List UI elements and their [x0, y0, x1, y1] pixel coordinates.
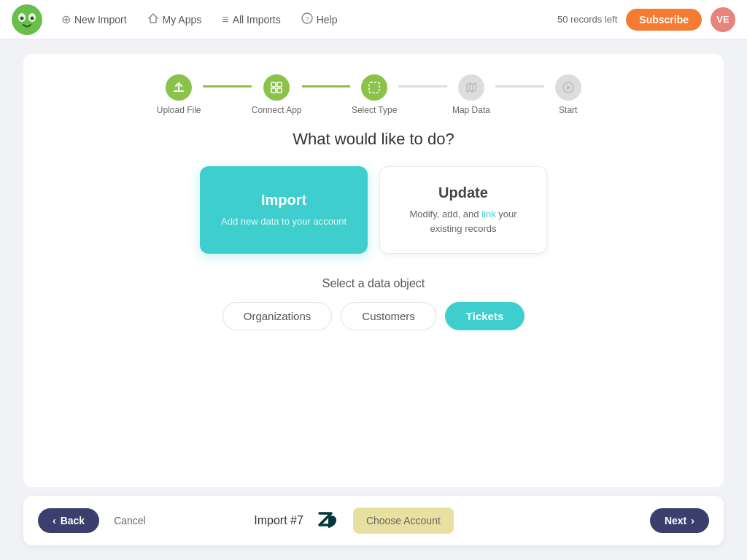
- svg-point-4: [31, 16, 34, 20]
- content-area: What would like to do? Import Add new da…: [23, 130, 724, 487]
- nav-all-imports-label: All Imports: [233, 14, 281, 26]
- step-label-map: Map Data: [452, 105, 490, 115]
- svg-rect-9: [271, 88, 276, 93]
- nav-all-imports[interactable]: ≡ All Imports: [214, 9, 287, 31]
- subscribe-button[interactable]: Subscribe: [626, 9, 702, 31]
- step-select-type: Select Type: [350, 74, 398, 115]
- cancel-button[interactable]: Cancel: [108, 508, 152, 533]
- organizations-button[interactable]: Organizations: [222, 302, 333, 330]
- import-card[interactable]: Import Add new data to your account: [200, 166, 368, 254]
- next-chevron-icon: ›: [691, 515, 694, 526]
- update-card-title: Update: [438, 184, 488, 201]
- footer: ‹ Back Cancel Import #7 Choose Account N…: [23, 496, 724, 545]
- data-object-title: Select a data object: [322, 277, 425, 290]
- next-button[interactable]: Next ›: [650, 508, 709, 533]
- next-label: Next: [665, 515, 686, 526]
- nav-my-apps-label: My Apps: [163, 14, 202, 26]
- import-label: Import #7: [254, 514, 303, 527]
- avatar: VE: [711, 7, 735, 32]
- nav-help[interactable]: ? Help: [294, 8, 345, 31]
- svg-text:?: ?: [305, 15, 309, 23]
- step-circle-map: [458, 74, 484, 101]
- nav-new-import-label: New Import: [74, 14, 127, 26]
- step-line-1: [203, 85, 251, 88]
- help-icon: ?: [301, 12, 313, 27]
- zendesk-logo: [314, 506, 343, 535]
- step-connect-app: Connect App: [252, 74, 302, 115]
- step-circle-select: [361, 74, 387, 101]
- tickets-button[interactable]: Tickets: [445, 302, 525, 330]
- data-object-buttons: Organizations Customers Tickets: [222, 302, 525, 330]
- svg-rect-11: [369, 82, 379, 93]
- step-label-upload: Upload File: [157, 105, 201, 115]
- svg-point-0: [12, 4, 42, 35]
- main-area: Upload File Connect App: [0, 39, 747, 560]
- step-circle-upload: [166, 74, 192, 101]
- step-start: Start: [544, 74, 592, 115]
- plus-icon: ⊕: [61, 12, 71, 26]
- step-circle-connect: [263, 74, 290, 101]
- nav-my-apps[interactable]: My Apps: [140, 8, 209, 31]
- nav-new-import[interactable]: ⊕ New Import: [54, 8, 134, 31]
- step-circle-start: [555, 74, 581, 101]
- step-line-4: [495, 85, 543, 88]
- import-card-desc: Add new data to your account: [221, 214, 347, 229]
- header: ⊕ New Import My Apps ≡ All Imports ? Hel…: [0, 0, 747, 39]
- logo: [12, 4, 42, 35]
- svg-point-3: [20, 16, 24, 20]
- update-link-text: link: [481, 209, 496, 219]
- svg-rect-10: [277, 88, 282, 93]
- footer-center: Import #7 Choose Account: [254, 506, 454, 535]
- step-label-select: Select Type: [352, 105, 397, 115]
- back-label: Back: [61, 515, 85, 526]
- action-cards: Import Add new data to your account Upda…: [200, 166, 547, 254]
- apps-icon: [147, 12, 159, 27]
- svg-rect-8: [277, 82, 282, 87]
- choose-account-button[interactable]: Choose Account: [353, 508, 454, 534]
- step-line-3: [398, 85, 446, 88]
- list-icon: ≡: [222, 13, 228, 26]
- update-card[interactable]: Update Modify, add, and link your existi…: [379, 166, 547, 254]
- import-card-title: Import: [261, 192, 306, 209]
- step-label-start: Start: [559, 105, 577, 115]
- step-upload-file: Upload File: [155, 74, 203, 115]
- header-right: 50 records left Subscribe VE: [557, 7, 735, 32]
- customers-button[interactable]: Customers: [341, 302, 436, 330]
- progress-section: Upload File Connect App: [23, 54, 724, 130]
- back-chevron-icon: ‹: [53, 515, 56, 526]
- update-card-desc: Modify, add, and link your existing reco…: [395, 207, 532, 236]
- step-label-connect: Connect App: [252, 105, 302, 115]
- step-map-data: Map Data: [447, 74, 495, 115]
- records-left: 50 records left: [557, 14, 617, 25]
- nav-help-label: Help: [317, 14, 338, 26]
- svg-rect-7: [271, 82, 276, 87]
- progress-bar: Upload File Connect App: [155, 74, 592, 115]
- question-title: What would like to do?: [293, 130, 454, 149]
- main-card: Upload File Connect App: [23, 54, 724, 487]
- back-button[interactable]: ‹ Back: [38, 508, 99, 533]
- step-line-2: [302, 85, 350, 88]
